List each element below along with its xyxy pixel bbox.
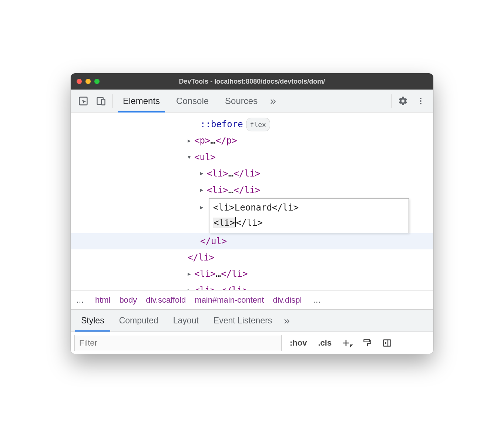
breadcrumb-div-scaffold[interactable]: div.scaffold <box>146 295 186 305</box>
tab-console[interactable]: Console <box>168 90 217 112</box>
new-style-rule-plus-icon[interactable] <box>340 336 355 350</box>
pseudo-before-label: ::before <box>200 116 243 132</box>
minimize-window-button[interactable] <box>85 79 91 84</box>
dom-node-outer-li-close[interactable]: </li> <box>71 249 433 266</box>
expand-triangle-icon[interactable]: ▶ <box>188 286 194 290</box>
breadcrumb-main-content[interactable]: main#main-content <box>195 295 264 305</box>
svg-point-4 <box>420 100 421 102</box>
paint-format-icon[interactable] <box>360 336 374 350</box>
subtab-styles[interactable]: Styles <box>74 310 112 332</box>
device-toolbar-icon[interactable] <box>92 90 110 112</box>
edit-line-1: <li>Leonard</li> <box>213 200 405 215</box>
breadcrumb-bar: … html body div.scaffold main#main-conte… <box>71 290 433 309</box>
breadcrumb-html[interactable]: html <box>95 295 111 305</box>
titlebar: DevTools - localhost:8080/docs/devtools/… <box>71 73 433 90</box>
breadcrumb-div-displ[interactable]: div.displ <box>273 295 302 305</box>
dom-node-li-4[interactable]: ▶ <li>…</li> <box>71 266 433 282</box>
breadcrumb-ellipsis-right[interactable]: … <box>310 295 323 305</box>
tab-sources[interactable]: Sources <box>217 90 266 112</box>
dom-node-p[interactable]: ▶ <p>…</p> <box>71 132 433 149</box>
main-tabs: Elements Console Sources <box>115 90 266 112</box>
styles-filter-bar: :hov .cls <box>71 332 433 354</box>
close-window-button[interactable] <box>77 79 82 84</box>
kebab-menu-icon[interactable] <box>412 90 430 112</box>
settings-gear-icon[interactable] <box>394 90 412 112</box>
dom-node-li-1[interactable]: ▶ <li>…</li> <box>71 165 433 182</box>
breadcrumb-ellipsis-left[interactable]: … <box>74 295 86 305</box>
svg-rect-7 <box>383 340 391 346</box>
edit-line-2: <li></li> <box>213 215 405 231</box>
subtab-computed[interactable]: Computed <box>112 310 166 332</box>
flex-badge[interactable]: flex <box>246 118 270 131</box>
more-subtabs-chevron-icon[interactable]: » <box>279 315 294 327</box>
window-title: DevTools - localhost:8080/docs/devtools/… <box>71 78 433 85</box>
hov-toggle[interactable]: :hov <box>287 338 310 348</box>
styles-filter-input[interactable] <box>74 335 282 351</box>
expand-triangle-icon[interactable]: ▶ <box>200 169 207 178</box>
main-toolbar: Elements Console Sources » <box>71 90 433 112</box>
toolbar-separator <box>112 94 112 108</box>
styles-subtabs: Styles Computed Layout Event Listeners <box>74 310 279 332</box>
dom-node-li-editing[interactable]: ▶ <li>Leonard</li> <li></li> <box>71 198 433 233</box>
edit-html-box[interactable]: <li>Leonard</li> <li></li> <box>209 198 409 233</box>
tab-elements[interactable]: Elements <box>115 90 168 112</box>
dom-node-pseudo-before[interactable]: ::before flex <box>71 116 433 132</box>
breadcrumb-body[interactable]: body <box>120 295 137 305</box>
subtab-layout[interactable]: Layout <box>166 310 206 332</box>
svg-point-5 <box>420 103 421 104</box>
more-tabs-chevron-icon[interactable]: » <box>266 95 280 107</box>
dom-node-ul-open[interactable]: ▼ <ul> <box>71 149 433 165</box>
toggle-sidebar-icon[interactable] <box>380 336 394 350</box>
toolbar-separator <box>392 94 392 108</box>
text-caret <box>235 217 236 227</box>
zoom-window-button[interactable] <box>94 79 100 84</box>
traffic-lights <box>77 79 100 84</box>
inspect-element-icon[interactable] <box>74 90 92 112</box>
collapse-triangle-icon[interactable]: ▼ <box>188 152 194 162</box>
devtools-window: DevTools - localhost:8080/docs/devtools/… <box>71 73 433 354</box>
cls-toggle[interactable]: .cls <box>315 338 335 348</box>
dom-node-li-2[interactable]: ▶ <li>…</li> <box>71 182 433 198</box>
svg-rect-6 <box>364 339 369 342</box>
expand-triangle-icon[interactable]: ▶ <box>188 136 194 146</box>
expand-triangle-icon[interactable]: ▶ <box>200 185 207 195</box>
subtab-event-listeners[interactable]: Event Listeners <box>206 310 280 332</box>
svg-point-3 <box>420 98 421 99</box>
dom-tree-panel[interactable]: ::before flex ▶ <p>…</p> ▼ <ul> ▶ <li>…<… <box>71 112 433 290</box>
dom-node-li-5[interactable]: ▶ <li>…</li> <box>71 282 433 290</box>
styles-toolbar: Styles Computed Layout Event Listeners » <box>71 309 433 332</box>
expand-triangle-icon[interactable]: ▶ <box>200 203 207 212</box>
svg-rect-2 <box>101 99 105 105</box>
dom-node-ul-close[interactable]: </ul> <box>71 233 433 249</box>
expand-triangle-icon[interactable]: ▶ <box>188 269 194 279</box>
